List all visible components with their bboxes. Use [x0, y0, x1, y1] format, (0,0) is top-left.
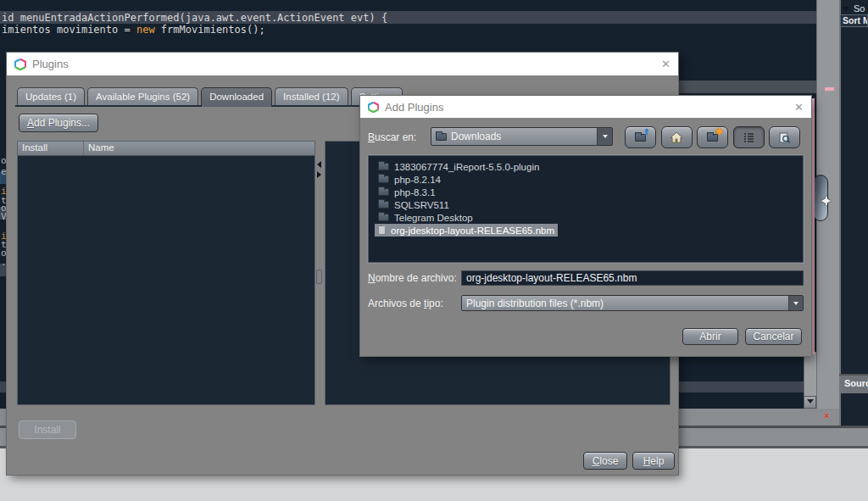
- close-icon[interactable]: ✕: [794, 101, 804, 114]
- add-plugins-title: Add Plugins: [385, 101, 794, 114]
- file-type-combobox[interactable]: Plugin distribution files (*.nbm): [461, 295, 804, 311]
- file-list[interactable]: 1383067774_iReport-5.5.0-plugin php-8.2.…: [368, 155, 804, 263]
- file-list-item[interactable]: php-8.2.14: [375, 173, 803, 186]
- file-list-item[interactable]: SQLSRV511: [375, 198, 803, 211]
- arrow-down-icon: [807, 399, 814, 404]
- look-in-combobox[interactable]: Downloads: [431, 127, 613, 146]
- code-fragment: .: [1, 257, 7, 268]
- look-in-label: Buscar en:: [368, 131, 416, 143]
- code-fragment: V: [1, 211, 7, 222]
- add-plugins-button[interactable]: Add Plugins...: [19, 114, 98, 132]
- details-view-icon: [779, 132, 791, 143]
- home-icon: [670, 131, 683, 143]
- tab-available-plugins[interactable]: Available Plugins (52): [87, 87, 198, 105]
- error-stripe-mark[interactable]: [825, 87, 834, 91]
- file-list-item-selected[interactable]: org-jdesktop-layout-RELEASE65.nbm: [375, 224, 803, 237]
- splitter-collapse-right-icon[interactable]: [317, 171, 321, 178]
- keyword-token: new: [136, 24, 155, 36]
- file-icon: [378, 225, 386, 235]
- combo-arrow-button[interactable]: [788, 296, 803, 310]
- star-icon: ✱: [715, 127, 723, 136]
- code-fragment: o: [1, 155, 7, 166]
- new-folder-button[interactable]: ✱: [697, 126, 728, 148]
- code-line-1: id menuEntradaActionPerformed(java.awt.e…: [2, 12, 387, 24]
- folder-icon: [378, 163, 389, 170]
- netbeans-ide-screen: { "editor": { "line1": "id menuEntradaAc…: [0, 0, 868, 501]
- netbeans-logo-icon: [368, 102, 379, 113]
- table-header-row: Install Name: [18, 142, 314, 156]
- plugins-dialog-titlebar[interactable]: Plugins ✕: [7, 53, 678, 75]
- source-section-header: Sourc: [841, 376, 868, 393]
- close-icon[interactable]: ✕: [661, 58, 670, 70]
- filechooser-toolbar: ⬆ ✱: [625, 126, 800, 148]
- netbeans-logo-icon: [14, 58, 26, 70]
- home-button[interactable]: [661, 126, 693, 148]
- tab-installed[interactable]: Installed (12): [275, 87, 348, 105]
- right-docked-panel: [839, 0, 868, 426]
- code-line-2: imientos movimiento = new frmMovimientos…: [2, 24, 265, 36]
- tab-updates[interactable]: Updates (1): [17, 87, 85, 105]
- folder-icon: [378, 175, 389, 183]
- file-type-value: Plugin distribution files (*.nbm): [462, 298, 788, 309]
- chevron-down-icon: [843, 7, 849, 11]
- file-list-item[interactable]: 1383067774_iReport-5.5.0-plugin: [375, 160, 803, 173]
- file-list-item[interactable]: Telegram Desktop: [375, 211, 803, 224]
- file-name-input[interactable]: [461, 270, 804, 286]
- plugins-dialog-title: Plugins: [32, 58, 661, 70]
- combo-arrow-button[interactable]: [597, 128, 612, 145]
- install-button[interactable]: Install: [19, 420, 76, 439]
- scrollbar-down-button[interactable]: [804, 396, 816, 409]
- folder-icon: [378, 188, 389, 196]
- add-plugins-dialog: Add Plugins ✕ Buscar en: Downloads ⬆ ✱: [360, 96, 811, 356]
- up-arrow-icon: ⬆: [643, 128, 650, 136]
- cancel-button[interactable]: Cancelar: [745, 328, 802, 345]
- right-panel-title: So: [854, 3, 865, 14]
- up-one-level-button[interactable]: ⬆: [625, 126, 656, 148]
- arrow-down-icon: [603, 135, 608, 138]
- folder-icon: [378, 201, 389, 209]
- tab-downloaded[interactable]: Downloaded: [201, 87, 272, 107]
- mouse-cursor-horizontal-resize: [819, 197, 833, 205]
- add-plugins-titlebar[interactable]: Add Plugins ✕: [360, 96, 811, 118]
- column-header-install[interactable]: Install: [18, 142, 84, 155]
- file-type-label: Archivos de tipo:: [368, 298, 443, 309]
- list-view-button[interactable]: [733, 126, 765, 148]
- splitter-grip[interactable]: [316, 270, 322, 284]
- column-header-name[interactable]: Name: [84, 142, 114, 155]
- details-view-button[interactable]: [769, 126, 800, 148]
- menu-item-sort[interactable]: Sort Me: [840, 14, 868, 27]
- close-button[interactable]: Close: [583, 452, 627, 470]
- downloaded-plugins-table: Install Name: [17, 141, 315, 405]
- error-stripe-mark-tall: [811, 98, 815, 354]
- look-in-value: Downloads: [447, 131, 597, 142]
- folder-icon: [378, 214, 389, 221]
- open-button[interactable]: Abrir: [682, 328, 738, 345]
- arrow-down-icon: [793, 302, 798, 305]
- right-panel-header: So: [843, 3, 865, 14]
- help-button[interactable]: Help: [632, 452, 675, 470]
- plugins-tab-bar: Updates (1) Available Plugins (52) Downl…: [17, 87, 403, 105]
- error-x-icon: ✕: [823, 411, 830, 420]
- code-fragment: e: [1, 166, 7, 177]
- file-name-label: Nombre de archivo:: [368, 272, 457, 284]
- list-view-icon: [743, 132, 754, 142]
- splitter-collapse-left-icon[interactable]: [317, 161, 321, 168]
- folder-icon: [436, 133, 447, 141]
- file-list-item[interactable]: php-8.3.1: [375, 186, 803, 198]
